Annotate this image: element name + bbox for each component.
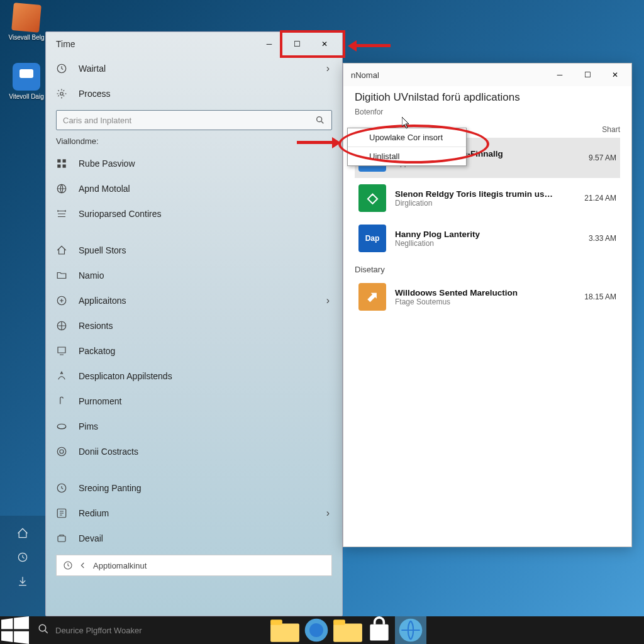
svg-rect-24 [333,619,345,625]
app-icon: ⬈ [358,283,386,311]
desktop-icon-1[interactable]: Visevall Belg [6,4,47,41]
desktop-icon-label: Vitevoll Daig [6,93,47,100]
search-icon [38,623,49,637]
maximize-button[interactable]: ☐ [283,35,311,53]
item-icon [56,295,67,306]
svg-point-2 [60,92,64,96]
arrow-back-icon [78,560,88,570]
panel-menu-item[interactable]: Purnoment [56,389,332,414]
taskbar-pinned [269,616,426,644]
context-menu-item-update[interactable]: Upowlake Cor insort [348,128,466,147]
panel-menu-item[interactable]: Surioparsed Contires [56,201,332,226]
svg-rect-5 [63,159,66,162]
home-icon[interactable] [16,527,29,540]
col-shart: Shart [576,125,620,134]
panel-menu-item[interactable]: Packatog [56,338,332,364]
search-icon [315,115,325,125]
panel-menu-item[interactable]: Spuell Stors [56,238,332,263]
apps-header: Digitioh UVnilstad forü apdlications [343,86,631,106]
minimize-button[interactable]: ─ [255,35,283,53]
svg-rect-7 [63,165,66,168]
panel-menu-item[interactable]: Redium› [56,501,332,526]
app-list-item[interactable]: DapHanny Plog LanterityNegllication3.33 … [355,218,620,258]
panel-title: Time [56,39,75,49]
item-label: Rube Pasviow [79,158,135,169]
panel-menu-item[interactable]: Sreoing Panting [56,475,332,501]
panel-menu-item[interactable]: Namio [56,263,332,288]
download-icon[interactable] [16,575,29,587]
context-menu-item-uninstall[interactable]: Uinlistall [348,147,466,165]
app-list-item[interactable]: ⬈Willdoows Sented MareluctionFtage Soute… [355,277,620,317]
bottom-search-text: Apptiomalkinut [93,561,147,570]
taskbar: Deurice Plgffort Woaker [0,616,644,644]
chevron-right-icon: › [326,508,330,519]
app-time: 18.15 AM [570,292,616,301]
search-input[interactable] [63,116,315,125]
close-button[interactable]: ✕ [601,65,629,84]
maximize-button[interactable]: ☐ [574,65,601,84]
item-label: Pims [79,421,98,431]
window-controls: ─ ☐ ✕ [546,65,629,84]
item-label: Donii Costracts [79,447,138,457]
item-icon [56,345,67,357]
svg-rect-4 [57,159,60,162]
shopping-bag-icon [364,616,395,644]
panel-menu-item[interactable]: Resionts [56,313,332,338]
app-icon: Dap [358,225,386,252]
svg-rect-25 [370,625,388,641]
panel-body: Wairtal › Process Viallondme: Rube Pasvi… [46,56,342,616]
taskbar-item-store[interactable] [364,616,395,644]
svg-rect-19 [270,624,299,642]
panel-menu-item[interactable]: Desplicaton Appilstends [56,364,332,389]
bottom-search[interactable]: Apptiomalkinut [56,555,332,576]
search-box[interactable] [56,110,332,130]
svg-rect-6 [57,165,60,168]
panel-menu-item[interactable]: Apnd Motolal [56,176,332,201]
taskbar-item-browser[interactable] [301,616,332,644]
start-panel-header: Time ─ ☐ ✕ [46,32,342,56]
panel-item-wairtal[interactable]: Wairtal › [56,56,332,81]
refresh-icon[interactable] [16,551,29,564]
app-list: ⬈Willdoows Sented MareluctionFtage Soute… [343,277,631,317]
gear-icon [56,88,67,99]
apps-subheading: Botenfor [343,106,631,121]
apps-window-titlebar[interactable]: nNomal ─ ☐ ✕ [343,64,631,86]
panel-item-process[interactable]: Process [56,81,332,106]
panel-menu-item[interactable]: Rube Pasviow [56,151,332,176]
panel-menu-item[interactable]: Applicaitons› [56,288,332,313]
start-panel: Time ─ ☐ ✕ Wairtal › Process Viallondme:… [45,31,343,616]
panel-menu-item[interactable]: Pims [56,414,332,439]
item-icon [56,508,67,519]
start-button[interactable] [0,616,30,644]
taskbar-search-placeholder: Deurice Plgffort Woaker [55,626,142,635]
desktop-icon-2[interactable]: Vitevoll Daig [6,63,47,100]
item-icon [56,208,67,219]
item-label: Process [79,89,111,99]
svg-point-12 [57,447,66,456]
taskbar-item-app[interactable] [395,616,426,644]
panel-menu-item[interactable]: Donii Costracts [56,439,332,464]
desktop-icon-label: Visevall Belg [6,34,47,41]
svg-point-13 [60,450,64,453]
app-icon: ◇ [358,184,386,212]
app-type: Ftage Soutemus [395,297,561,306]
item-label: Desplicaton Appilstends [79,371,172,381]
svg-point-3 [317,117,322,122]
minimize-button[interactable]: ─ [546,65,574,84]
item-icon [56,245,67,256]
app-name: Hanny Plog Lanterity [395,230,561,239]
item-label: Redium [79,508,109,518]
taskbar-search[interactable]: Deurice Plgffort Woaker [30,616,269,644]
item-icon [56,158,67,169]
svg-rect-23 [333,624,362,642]
globe-icon [301,616,332,644]
app-list-item[interactable]: ◇Slenon Reldgy Toris litegis trumin us…D… [355,178,620,218]
panel-menu-item[interactable]: Devail [56,526,332,551]
close-button[interactable]: ✕ [311,35,338,53]
section-header: Disetary [343,258,631,277]
taskbar-item-explorer[interactable] [269,616,301,644]
item-icon [56,270,67,281]
item-label: Purnoment [79,396,121,406]
taskbar-item-files[interactable] [332,616,364,644]
app-name: Willdoows Sented Mareluction [395,288,561,297]
